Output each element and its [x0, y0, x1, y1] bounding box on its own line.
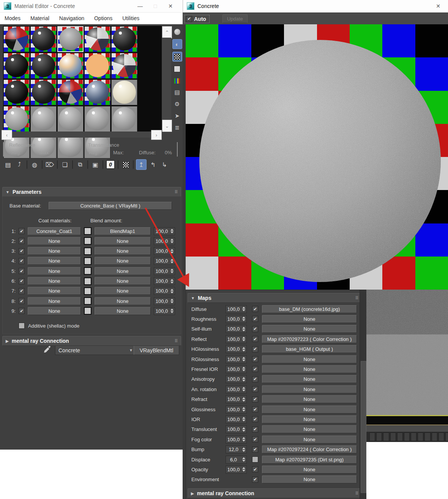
sample-slot[interactable] [30, 79, 57, 105]
make-unique-icon[interactable]: ⧉ [75, 160, 85, 170]
enable-checkbox[interactable]: ✔ [252, 356, 258, 362]
maps-panel-scrollbar[interactable] [360, 290, 367, 499]
slots-horizontal-scrollbar[interactable] [12, 131, 150, 138]
track-bar[interactable] [366, 432, 448, 442]
auto-checkbox[interactable]: ✔ [186, 16, 192, 22]
blend-color-swatch[interactable] [84, 297, 91, 305]
map-slot-button[interactable]: Map #2070297235 (Dirt st.png) [262, 456, 357, 464]
enable-checkbox[interactable]: ✔ [252, 406, 258, 412]
spinner-arrows-icon[interactable] [241, 307, 246, 311]
enable-checkbox[interactable]: ✔ [252, 477, 258, 483]
enable-checkbox[interactable]: ✔ [252, 426, 258, 432]
sample-slot[interactable] [84, 53, 110, 79]
map-slot-button[interactable]: Map #2070297223 ( Color Correction ) [262, 335, 357, 343]
enable-checkbox[interactable]: ✔ [19, 248, 25, 254]
sample-slot[interactable] [30, 106, 57, 132]
material-name-dropdown[interactable]: Concrete ▼ [55, 345, 136, 355]
enable-checkbox[interactable] [252, 456, 258, 463]
menu-item-navigation[interactable]: Navigation [59, 15, 84, 21]
blend-color-swatch[interactable] [84, 257, 91, 265]
enable-checkbox[interactable]: ✔ [19, 238, 25, 244]
put-to-library-icon[interactable]: ▣ [90, 160, 100, 170]
amount-spinner[interactable]: 100,0 [154, 237, 175, 245]
go-to-parent-icon[interactable]: ↰ [148, 160, 158, 170]
enable-checkbox[interactable]: ✔ [19, 298, 25, 304]
video-color-check-icon[interactable] [173, 76, 182, 85]
assign-material-to-selection-icon[interactable]: ◍ [30, 160, 39, 170]
enable-checkbox[interactable]: ✔ [252, 366, 258, 372]
spinner-arrows-icon[interactable] [241, 387, 246, 391]
enable-checkbox[interactable]: ✔ [19, 258, 25, 264]
blend-color-swatch[interactable] [84, 227, 91, 235]
spinner-arrows-icon[interactable] [169, 289, 175, 293]
base-material-button[interactable]: Concrete_Base ( VRayMtl ) [49, 202, 172, 210]
coat-material-button[interactable]: None [28, 287, 81, 295]
spinner-arrows-icon[interactable] [241, 417, 246, 421]
spinner-arrows-icon[interactable] [241, 367, 246, 371]
spinner-arrows-icon[interactable] [169, 229, 175, 233]
menu-item-options[interactable]: Options [94, 15, 112, 21]
sample-slot[interactable] [111, 26, 137, 52]
blend-color-swatch[interactable] [84, 247, 91, 255]
pick-material-eyedropper-icon[interactable] [43, 345, 52, 354]
sample-slot[interactable] [111, 53, 137, 79]
show-end-result-icon[interactable]: ↥ [136, 159, 147, 170]
sample-slot[interactable] [84, 26, 110, 52]
menu-item-material[interactable]: Material [30, 15, 49, 21]
amount-spinner[interactable]: 100,0 [226, 375, 247, 383]
amount-spinner[interactable]: 100,0 [226, 365, 247, 373]
backlight-icon[interactable]: ◐ [172, 39, 182, 49]
amount-spinner[interactable]: 100,0 [226, 335, 247, 343]
coat-material-button[interactable]: None [28, 277, 81, 285]
slots-scroll-up-button[interactable]: ⌃ [162, 26, 172, 38]
sample-slot[interactable] [3, 53, 30, 79]
sample-slot-selected[interactable] [57, 26, 84, 52]
blend-color-swatch[interactable] [84, 277, 91, 285]
map-slot-button[interactable]: None [262, 325, 357, 333]
material-map-navigator-icon[interactable]: ≣ [173, 123, 182, 132]
spinner-arrows-icon[interactable] [241, 427, 246, 432]
select-by-material-icon[interactable]: ➤ [173, 111, 182, 120]
put-material-to-scene-icon[interactable]: ⤴ [14, 160, 24, 170]
amount-spinner[interactable]: 6,0 [226, 456, 247, 464]
map-slot-button[interactable]: base_DM (concrete16d.jpg) [262, 305, 357, 313]
coat-material-button[interactable]: None [28, 247, 81, 255]
coat-material-button[interactable]: Concrete_Coat1 [28, 227, 81, 235]
amount-spinner[interactable]: 100,0 [226, 436, 247, 444]
amount-spinner[interactable]: 100,0 [154, 277, 175, 285]
options-icon[interactable]: ⚙ [173, 100, 182, 109]
spinner-arrows-icon[interactable] [169, 249, 175, 253]
sample-slot[interactable] [57, 53, 84, 79]
sample-slot[interactable] [57, 79, 84, 105]
spinner-arrows-icon[interactable] [241, 407, 246, 412]
amount-spinner[interactable]: 100,0 [226, 315, 247, 323]
enable-checkbox[interactable]: ✔ [19, 228, 25, 234]
map-slot-button[interactable]: None [262, 415, 357, 423]
amount-spinner[interactable]: 100,0 [226, 415, 247, 423]
material-type-button[interactable]: VRayBlendMtl [134, 345, 179, 355]
map-slot-button[interactable]: None [262, 406, 357, 413]
coat-material-button[interactable]: None [28, 267, 81, 275]
spinner-arrows-icon[interactable] [241, 327, 246, 331]
menu-item-utilities[interactable]: Utilities [122, 15, 139, 21]
blend-color-swatch[interactable] [84, 287, 91, 295]
amount-spinner[interactable]: 100,0 [226, 466, 247, 474]
amount-spinner[interactable]: 100,0 [226, 406, 247, 413]
mental-ray-rollout-header[interactable]: ▶ mental ray Connection ⠿ [188, 488, 362, 498]
spinner-arrows-icon[interactable] [241, 467, 246, 472]
enable-checkbox[interactable]: ✔ [252, 376, 258, 382]
map-slot-button[interactable]: None [262, 436, 357, 444]
slots-vertical-scrollbar[interactable] [162, 38, 171, 119]
coat-material-button[interactable]: None [28, 297, 81, 305]
amount-spinner[interactable]: 100,0 [154, 227, 175, 235]
preview-close-button[interactable]: ✕ [431, 3, 446, 9]
sample-slot[interactable] [30, 26, 57, 52]
enable-checkbox[interactable]: ✔ [19, 308, 25, 314]
coat-material-button[interactable]: None [28, 237, 81, 245]
sample-slot[interactable] [3, 106, 30, 132]
amount-spinner[interactable]: 100,0 [226, 345, 247, 353]
make-preview-icon[interactable]: ▤ [173, 88, 182, 97]
sample-slot[interactable] [30, 53, 57, 79]
sample-slot[interactable] [84, 106, 110, 132]
blend-map-button[interactable]: None [95, 307, 151, 315]
